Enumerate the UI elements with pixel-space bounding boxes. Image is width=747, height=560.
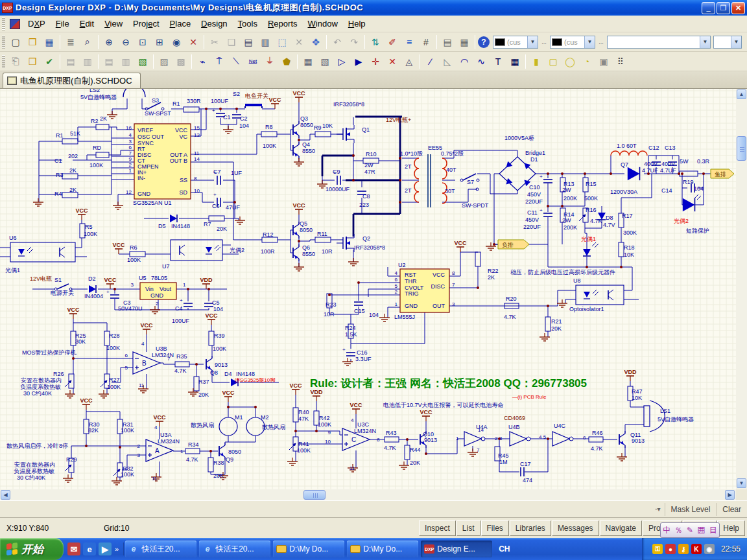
toolbar-icon-draw-pie[interactable]: ◔ [579,54,595,69]
toolbar-icon-align[interactable]: ≡ [401,34,417,50]
chevron-down-icon[interactable]: ▼ [731,36,741,48]
clear-button[interactable]: Clear [716,503,747,516]
menu-file[interactable]: File [51,17,75,30]
toolbar-icon-place-array[interactable]: ⠿ [613,54,628,69]
variant-combo[interactable]: ▼ [607,36,711,49]
toolbar-icon-place-sheet-symbol[interactable]: ▦ [300,54,316,69]
scroll-down-button[interactable]: ▼ [737,478,746,488]
toolbar-icon-zoom-in[interactable]: ⊕ [101,34,117,50]
taskbar-task-1[interactable]: e快活王20... [199,541,270,557]
ime-icon-0[interactable]: 中 [663,525,670,536]
toolbar-icon-wand[interactable]: ✐ [385,34,400,50]
taskbar-task-2[interactable]: D:\My Do... [273,541,344,557]
menu-app-icon[interactable] [10,19,20,29]
toolbar-icon-deselect[interactable]: ✕ [291,34,307,50]
menu-dxp[interactable]: DXP [23,17,51,30]
chevron-down-icon[interactable]: ▼ [584,36,595,48]
quick-launch-chevron[interactable]: » [113,545,121,553]
toolbar-icon-open-document[interactable]: ❒ [25,34,40,50]
fill-color-more-button[interactable]: ... [597,36,606,48]
toolbar1-grip[interactable] [2,36,5,49]
ime-icon-4[interactable]: 目 [709,525,717,536]
toolbar-icon-zoom-area[interactable]: ⊞ [152,34,167,50]
menu-design[interactable]: Design [196,17,232,30]
launch-ie-icon[interactable]: e [83,542,96,555]
line-color-more-button[interactable]: ... [540,36,549,48]
menu-project[interactable]: Project [128,17,165,30]
toolbar-icon-place-gnd[interactable]: ⏚ [262,54,278,69]
toolbar-icon-draw-rect[interactable]: ▮ [528,54,544,69]
toolbar-icon-browse-library[interactable]: ▤ [440,34,455,50]
toolbar-icon-place-device-d1[interactable]: ▷ [334,54,350,69]
menu-help[interactable]: Help [343,17,371,30]
toolbar-icon-draw-polygon[interactable]: ◺ [440,54,455,69]
toolbar-icon-place-probe[interactable]: ✛ [368,54,383,69]
toolbar-icon-place-no-erc[interactable]: ✕ [385,54,400,69]
tray-kav-icon[interactable]: K [691,544,702,554]
vertical-scrollbar[interactable]: ▲ ▼ [736,89,747,489]
fill-color-combo[interactable]: (cus▼ [550,36,595,49]
language-indicator[interactable]: CH [493,544,515,554]
toolbar-icon-snap-grid[interactable]: # [418,34,434,50]
toolbar-icon-draw-ellipse[interactable]: ◯ [562,54,578,69]
taskbar-task-4[interactable]: DXPDesign E... [421,541,492,557]
scroll-left-button[interactable]: ◀ [1,490,10,500]
launch-mail-icon[interactable]: ✉ [67,542,80,555]
toolbar-icon-print[interactable]: ≣ [63,34,78,50]
ime-language-bar[interactable]: 中％✎囲目 [660,522,720,538]
toolbar-icon-draw-arc[interactable]: ◠ [456,54,472,69]
tray-msg-icon[interactable]: ● [665,544,676,554]
restore-button[interactable]: ❐ [717,2,730,14]
toolbar-icon-place-param[interactable]: ◬ [401,54,417,69]
menu-place[interactable]: Place [165,17,196,30]
ime-icon-2[interactable]: ✎ [687,526,693,535]
chevron-down-icon[interactable]: ▼ [527,36,538,48]
toolbar-icon-move[interactable]: ✥ [308,34,324,50]
ime-icon-1[interactable]: ％ [675,525,683,536]
toolbar-icon-cut[interactable]: ✂ [207,34,222,50]
line-color-combo[interactable]: (cus▼ [493,36,538,49]
tray-lock-icon[interactable]: ⚿ [652,544,663,554]
ime-icon-3[interactable]: 囲 [697,525,705,536]
toolbar-icon-place-net-label[interactable]: Net [245,54,261,69]
toolbar-icon-cross-probe[interactable]: ⇅ [368,34,383,50]
status-button-files[interactable]: Files [481,520,509,536]
toolbar-icon-print-preview[interactable]: ⌕ [80,34,95,50]
toolbar-icon-place-bus-entry[interactable]: ⟍ [228,54,244,69]
toolbar-icon-zoom-out[interactable]: ⊖ [118,34,134,50]
mask-level-button[interactable]: Mask Level [665,503,717,516]
toolbar2-grip[interactable] [2,55,5,68]
toolbar-icon-add-doc[interactable]: ▤ [101,54,117,69]
toolbar-icon-save-document[interactable]: ▦ [42,34,57,50]
status-button-libraries[interactable]: Libraries [510,520,551,536]
toolbar-icon-draw-round-rect[interactable]: ▢ [545,54,561,69]
toolbar-icon-undo[interactable]: ↶ [329,34,345,50]
scroll-up-button[interactable]: ▲ [737,89,746,99]
toolbar-icon-library-panel[interactable]: ▦ [456,34,472,50]
vertical-scroll-thumb[interactable] [737,136,746,161]
chevron-down-icon[interactable]: ▼ [700,36,710,48]
toolbar-icon-place-text[interactable]: T [490,54,506,69]
status-button-navigate[interactable]: Navigate [600,520,642,536]
zoom-combo[interactable]: ▼ [713,36,742,49]
toolbar-icon-place-image[interactable]: ▣ [596,54,611,69]
menu-reports[interactable]: Reports [263,17,303,30]
toolbar-icon-cross-reference[interactable]: ▩ [173,54,189,69]
status-button-messages[interactable]: Messages [552,520,599,536]
toolbar-icon-place-bus[interactable]: ⍑ [211,54,227,69]
scroll-right-button[interactable]: ▶ [725,490,735,500]
toolbar-icon-help[interactable]: ? [478,36,490,48]
toolbar-icon-compile-doc[interactable]: ▤ [63,54,78,69]
toolbar-icon-place-port[interactable]: ⬟ [279,54,294,69]
menu-edit[interactable]: Edit [75,17,99,30]
toolbar-icon-copy[interactable]: ❏ [224,34,239,50]
taskbar-task-3[interactable]: D:\My Do... [347,541,418,557]
toolbar-icon-new-document[interactable]: ▢ [8,34,23,50]
toolbar-icon-place-text-frame[interactable]: ▦ [507,54,523,69]
toolbar-icon-zoom-selection[interactable]: ◉ [169,34,184,50]
toolbar-icon-zoom-document[interactable]: ⊡ [135,34,150,50]
schematic-canvas[interactable]: +++++++++BAC负排鱼排VCCVCCVCCVCCVCCVCCVCCVDD… [0,89,736,489]
toolbar-icon-draw-line[interactable]: ∕ [423,54,438,69]
status-button-inspect[interactable]: Inspect [419,520,456,536]
status-button-list[interactable]: List [456,520,480,536]
